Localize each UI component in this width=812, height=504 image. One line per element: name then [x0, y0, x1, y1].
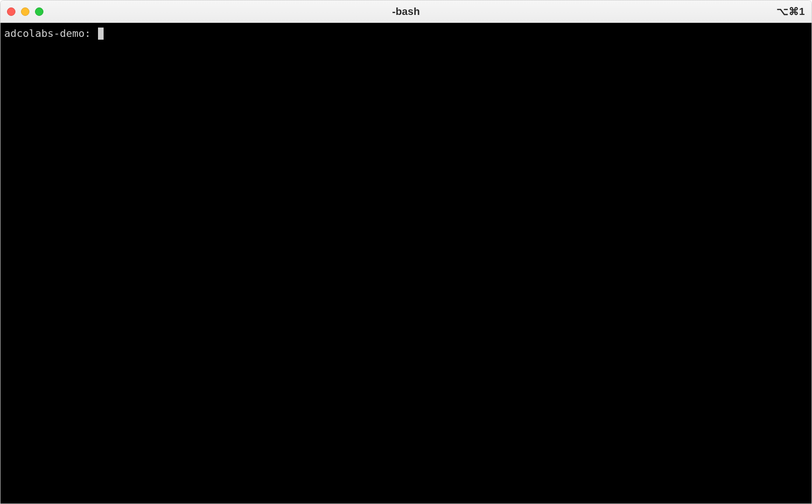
- prompt-text: adcolabs-demo:: [4, 27, 97, 41]
- terminal-body[interactable]: adcolabs-demo:: [0, 23, 812, 504]
- minimize-button[interactable]: [21, 7, 29, 16]
- terminal-window: -bash ⌥⌘1 adcolabs-demo:: [0, 0, 812, 504]
- cursor-icon: [98, 28, 104, 40]
- titlebar[interactable]: -bash ⌥⌘1: [0, 0, 812, 23]
- window-title: -bash: [392, 6, 420, 18]
- maximize-button[interactable]: [35, 7, 43, 16]
- traffic-lights: [7, 7, 43, 16]
- prompt-line: adcolabs-demo:: [4, 27, 808, 41]
- shortcut-badge: ⌥⌘1: [777, 6, 805, 18]
- close-button[interactable]: [7, 7, 15, 16]
